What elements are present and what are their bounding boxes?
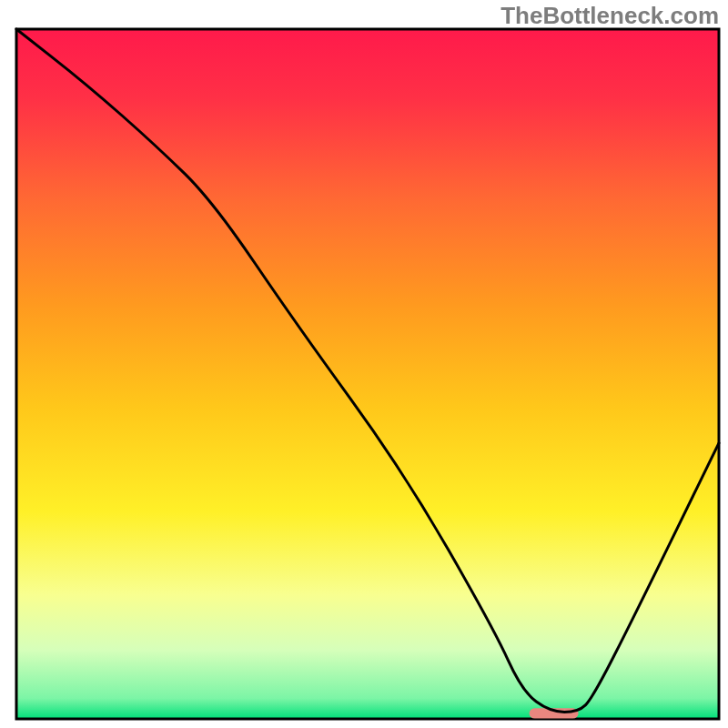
plot-area bbox=[16, 29, 719, 719]
gradient-background bbox=[16, 29, 719, 719]
bottleneck-chart bbox=[0, 0, 728, 728]
chart-stage: TheBottleneck.com bbox=[0, 0, 728, 728]
